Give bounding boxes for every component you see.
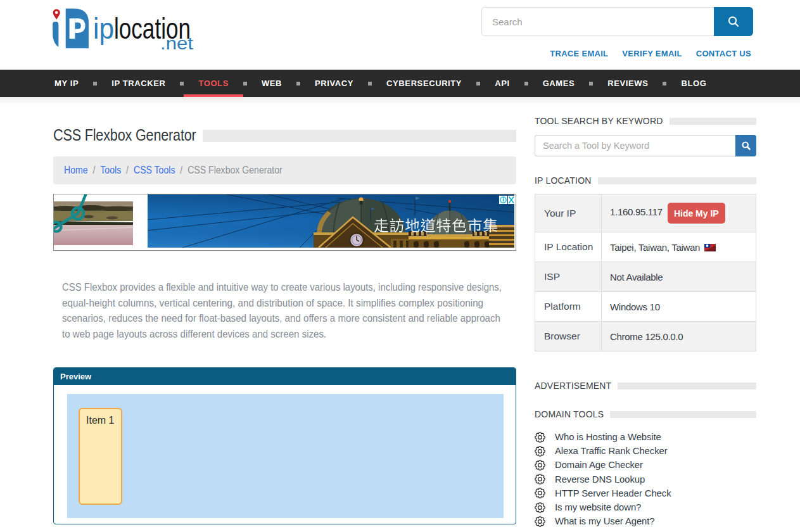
header-search-button[interactable] [714, 7, 753, 36]
main-nav: MY IP IP TRACKER TOOLS WEB PRIVACY CYBER… [0, 70, 800, 97]
table-row: Browser Chrome 125.0.0.0 [535, 322, 756, 352]
header-links: TRACE EMAIL VERIFY EMAIL CONTACT US [550, 49, 751, 58]
header-search-input[interactable] [481, 7, 714, 36]
domain-tools-list: Who is Hosting a Website Alexa Traffic R… [535, 430, 756, 528]
nav-item-my-ip[interactable]: MY IP [40, 70, 93, 97]
breadcrumb-current: CSS Flexbox Generator [187, 165, 282, 176]
domain-tool-link[interactable]: What is my User Agent? [555, 516, 655, 527]
tool-search-button[interactable] [735, 135, 756, 156]
breadcrumb-separator: / [126, 165, 129, 176]
ad-info-icon[interactable] [499, 196, 507, 204]
logo-text-ip: ip [93, 12, 114, 45]
heading-text: ADVERTISEMENT [535, 381, 611, 391]
ip-location-value: Taipei, Taiwan, Taiwan [610, 242, 700, 253]
ad-thumbnail-photo [54, 194, 133, 245]
domain-tool-link[interactable]: Alexa Traffic Rank Checker [555, 445, 668, 457]
description-line: equal-height columns, vertical centering… [62, 295, 473, 311]
heading-decor-bar [610, 411, 756, 418]
row-label: ISP [535, 262, 602, 292]
list-item: Is my website down? [535, 500, 756, 514]
row-value: Windows 10 [602, 292, 756, 322]
list-item: Alexa Traffic Rank Checker [535, 444, 756, 458]
gear-icon [535, 432, 545, 443]
breadcrumb-css-tools[interactable]: CSS Tools [134, 165, 175, 176]
row-value: Taipei, Taiwan, Taiwan [602, 232, 756, 262]
nav-item-reviews[interactable]: REVIEWS [593, 70, 663, 97]
nav-item-web[interactable]: WEB [247, 70, 296, 97]
nav-list: MY IP IP TRACKER TOOLS WEB PRIVACY CYBER… [40, 70, 800, 97]
breadcrumb: Home / Tools / CSS Tools / CSS Flexbox G… [53, 156, 516, 184]
hide-my-ip-button[interactable]: Hide My IP [668, 203, 725, 224]
gear-icon [535, 474, 545, 484]
breadcrumb-tools[interactable]: Tools [100, 165, 121, 176]
nav-item-cybersecurity[interactable]: CYBERSECURITY [372, 70, 476, 97]
nav-item-tools[interactable]: TOOLS [184, 70, 243, 97]
ad-creative [148, 194, 515, 248]
nav-item-api[interactable]: API [480, 70, 524, 97]
description-line: CSS Flexbox provides a flexible and intu… [62, 279, 464, 295]
tool-search-widget [535, 135, 756, 156]
nav-item-ip-tracker[interactable]: IP TRACKER [97, 70, 180, 97]
domain-tool-link[interactable]: Is my website down? [555, 502, 641, 513]
trace-email-link[interactable]: TRACE EMAIL [550, 49, 608, 58]
list-item: What is my User Agent? [535, 514, 756, 528]
contact-us-link[interactable]: CONTACT US [696, 49, 751, 58]
row-label: IP Location [535, 232, 602, 262]
table-row: ISP Not Available [535, 262, 756, 292]
search-icon [741, 141, 751, 151]
breadcrumb-separator: / [180, 165, 182, 176]
heading-text: DOMAIN TOOLS [535, 409, 604, 419]
gear-icon [535, 502, 545, 513]
tool-search-input[interactable] [535, 135, 735, 156]
nav-item-blog[interactable]: BLOG [666, 70, 721, 97]
ip-info-table: Your IP 1.160.95.117Hide My IP IP Locati… [535, 194, 756, 352]
row-value: Not Available [602, 262, 756, 292]
heading-text: TOOL SEARCH BY KEYWORD [535, 116, 663, 126]
gear-icon [535, 446, 545, 457]
header-search [481, 7, 753, 36]
ad-banner-graphic [54, 194, 516, 250]
tool-search-heading: TOOL SEARCH BY KEYWORD [535, 116, 756, 126]
heading-decor-bar [618, 383, 756, 390]
description-line: to web page layouts across different dev… [62, 326, 467, 342]
domain-tool-link[interactable]: Domain Age Checker [555, 459, 643, 471]
domain-tool-link[interactable]: Who is Hosting a Website [555, 431, 661, 443]
advertisement-heading: ADVERTISEMENT [535, 381, 756, 391]
row-label: Browser [535, 322, 602, 352]
list-item: HTTP Server Header Check [535, 486, 756, 500]
table-row: IP Location Taipei, Taiwan, Taiwan [535, 232, 756, 262]
ip-location-heading: IP LOCATION [535, 175, 756, 186]
row-label: Platform [535, 292, 602, 322]
verify-email-link[interactable]: VERIFY EMAIL [622, 49, 682, 58]
table-row: Platform Windows 10 [535, 292, 756, 322]
nav-item-games[interactable]: GAMES [528, 70, 590, 97]
flex-preview-item[interactable]: Item 1 [79, 408, 122, 505]
preview-panel-body: Item 1 [54, 385, 516, 527]
domain-tools-heading: DOMAIN TOOLS [535, 409, 756, 419]
row-value: Chrome 125.0.0.0 [602, 322, 756, 352]
title-decor-bar [203, 130, 516, 142]
domain-tool-link[interactable]: Reverse DNS Lookup [555, 474, 645, 485]
taiwan-flag-icon [704, 244, 716, 251]
preview-panel-heading: Preview [54, 368, 516, 385]
list-item: Domain Age Checker [535, 458, 756, 472]
gear-icon [535, 488, 545, 498]
heading-text: IP LOCATION [535, 175, 592, 186]
ad-banner[interactable] [53, 194, 516, 251]
site-logo[interactable]: ip location .net [53, 8, 198, 56]
list-item: Who is Hosting a Website [535, 430, 756, 444]
page: ip location .net TRACE EMAIL VERIFY EMAI… [0, 0, 800, 532]
logo-text-net: .net [160, 34, 194, 53]
tool-description: CSS Flexbox provides a flexible and intu… [62, 279, 507, 342]
domain-tool-link[interactable]: HTTP Server Header Check [555, 488, 671, 499]
breadcrumb-home[interactable]: Home [64, 165, 88, 176]
page-title: CSS Flexbox Generator [53, 125, 196, 145]
nav-item-privacy[interactable]: PRIVACY [300, 70, 368, 97]
description-line: scenarios, reduces the need for float-ba… [62, 310, 470, 326]
breadcrumb-separator: / [92, 165, 95, 176]
ad-close-icon[interactable] [508, 196, 515, 204]
heading-decor-bar [670, 118, 756, 125]
search-icon [727, 15, 740, 28]
heading-decor-bar [598, 177, 756, 184]
breadcrumb-items: Home / Tools / CSS Tools / CSS Flexbox G… [64, 165, 283, 176]
